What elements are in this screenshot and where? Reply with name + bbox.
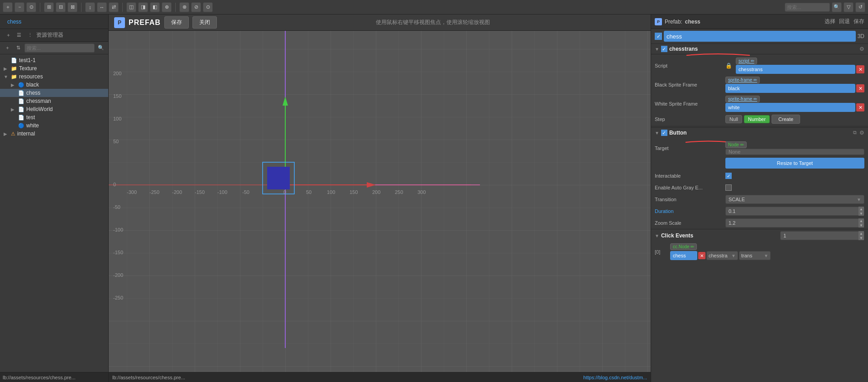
black-sprite-tag[interactable]: sprite-frame ✏ [725, 77, 760, 83]
click-events-spin-down[interactable]: ▼ [858, 236, 864, 240]
list-view-btn[interactable]: ☰ [14, 31, 24, 40]
refresh-btn[interactable]: ↺ [855, 2, 865, 12]
tree-item-helloworld[interactable]: ▶ 📄 HelloWorld [0, 105, 108, 113]
cc-node-tag[interactable]: cc.Node ✏ [670, 243, 697, 250]
chess-node-name-input[interactable] [664, 31, 856, 42]
tree-item-chess[interactable]: 📄 chess [0, 89, 108, 97]
tree-item-texture[interactable]: ▶ 📁 Texture [0, 64, 108, 73]
add-asset-btn[interactable]: ＋ [4, 31, 13, 40]
select-action-btn[interactable]: 选择 [825, 18, 835, 25]
tree-item-chessman[interactable]: 📄 chessman [0, 97, 108, 105]
tool1-btn[interactable]: ⊞ [44, 2, 54, 12]
tool11-btn[interactable]: ⊗ [179, 2, 189, 12]
button-copy-icon[interactable]: ⧉ [853, 130, 857, 136]
chesstrans-header: ▼ ✓ chesstrans ⚙ [651, 44, 868, 54]
top-search-input[interactable] [785, 3, 830, 12]
zoom-in-btn[interactable]: ＋ [3, 2, 13, 12]
event-component-dropdown[interactable]: chesstra ▼ [706, 251, 738, 260]
resize-to-target-btn[interactable]: Resize to Target [725, 158, 864, 169]
target-row: Target Node ✏ None [651, 140, 868, 156]
zoom-scale-spin-up[interactable]: ▲ [858, 218, 864, 223]
svg-text:150: 150 [113, 93, 121, 99]
click-events-spin-up[interactable]: ▲ [858, 231, 864, 236]
script-clear-btn[interactable]: ✕ [856, 65, 864, 73]
button-gear-icon[interactable]: ⚙ [859, 130, 864, 136]
csdn-link[interactable]: https://blog.csdn.net/dustm... [583, 375, 647, 380]
click-events-count-input[interactable] [781, 233, 858, 238]
transition-value: SCALE ▼ [725, 195, 864, 204]
tool8-btn[interactable]: ◨ [138, 2, 148, 12]
tool4-btn[interactable]: ↕ [85, 2, 95, 12]
step-null-btn[interactable]: Null [725, 115, 742, 123]
tool9-btn[interactable]: ◧ [150, 2, 160, 12]
node-tag-badge[interactable]: Node ✏ [725, 141, 747, 148]
event-component-arrow: ▼ [731, 253, 736, 258]
button-checkbox[interactable]: ✓ [661, 130, 667, 136]
chess-node-checkbox[interactable]: ✓ [655, 33, 662, 40]
tool13-btn[interactable]: ⊙ [203, 2, 213, 12]
script-tag[interactable]: script ✏ [736, 58, 757, 64]
canvas-viewport[interactable]: 200 150 100 50 0 -50 -100 -150 -200 -250… [109, 31, 651, 372]
svg-text:300: 300 [417, 189, 426, 195]
event-node-input[interactable] [670, 251, 697, 260]
sort-btn[interactable]: ⇅ [14, 44, 23, 53]
save-canvas-btn[interactable]: 保存 [164, 16, 189, 29]
tool2-btn[interactable]: ⊟ [56, 2, 66, 12]
script-value-input[interactable] [736, 65, 855, 74]
tree-label: test [26, 114, 35, 121]
white-sprite-input[interactable] [725, 103, 855, 112]
zoom-scale-spin-down[interactable]: ▼ [858, 223, 864, 227]
interactable-checkbox[interactable]: ✓ [725, 173, 732, 179]
close-canvas-btn[interactable]: 关闭 [192, 16, 217, 29]
transition-dropdown[interactable]: SCALE ▼ [725, 195, 864, 204]
back-action-btn[interactable]: 回退 [839, 18, 850, 25]
create-btn[interactable]: Create [772, 115, 800, 124]
duration-spin-down[interactable]: ▼ [858, 211, 864, 216]
tool7-btn[interactable]: ◫ [126, 2, 136, 12]
search-icon[interactable]: 🔍 [96, 44, 106, 53]
duration-label[interactable]: Duration [655, 208, 723, 214]
chesstrans-checkbox[interactable]: ✓ [661, 46, 667, 52]
black-sprite-input[interactable] [725, 84, 855, 93]
enable-auto-gray-checkbox[interactable] [725, 184, 732, 191]
click-events-arrow[interactable]: ▼ [655, 233, 659, 238]
duration-input[interactable] [726, 208, 858, 214]
right-panel-header: P Prefab: chess 选择 回退 保存 [651, 15, 868, 29]
zoom-scale-input[interactable] [726, 220, 858, 226]
tool10-btn[interactable]: ⊕ [162, 2, 172, 12]
step-number-btn[interactable]: Number [744, 115, 770, 123]
tree-item-white[interactable]: 🔵 white [0, 121, 108, 130]
zoom-out-btn[interactable]: － [14, 2, 24, 12]
filter-btn[interactable]: ▽ [844, 2, 854, 12]
white-sprite-clear-btn[interactable]: ✕ [856, 103, 864, 111]
add-btn[interactable]: ＋ [3, 44, 12, 53]
canvas-grid: 200 150 100 50 0 -50 -100 -150 -200 -250… [109, 31, 651, 372]
tree-label: white [26, 122, 39, 129]
duration-spin-up[interactable]: ▲ [858, 207, 864, 211]
asset-search-input[interactable] [24, 44, 95, 53]
button-collapse-arrow[interactable]: ▼ [655, 131, 659, 135]
tool3-btn[interactable]: ⊠ [67, 2, 77, 12]
tree-item-resources[interactable]: ▼ 📁 resources [0, 73, 108, 81]
black-sprite-clear-btn[interactable]: ✕ [856, 84, 864, 92]
white-sprite-tag[interactable]: sprite-frame ✏ [725, 96, 760, 102]
prefab-logo-icon: P [114, 17, 125, 28]
tree-item-test[interactable]: 📄 test [0, 113, 108, 121]
chess-tab[interactable]: chess [4, 17, 25, 27]
save-action-btn[interactable]: 保存 [854, 18, 864, 25]
transition-label: Transition [655, 197, 723, 202]
event-method-dropdown[interactable]: trans ▼ [739, 251, 771, 260]
tree-item-black[interactable]: ▶ 🔵 black [0, 81, 108, 89]
event-clear-btn[interactable]: ✕ [698, 252, 705, 259]
collapse-arrow[interactable]: ▼ [655, 47, 659, 52]
search-btn[interactable]: 🔍 [832, 2, 842, 12]
more-btn[interactable]: ⋮ [25, 31, 34, 40]
zoom-fit-btn[interactable]: ⊙ [26, 2, 36, 12]
tree-item-test1-1[interactable]: 📄 test1-1 [0, 56, 108, 64]
tree-label: HelloWorld [26, 106, 53, 112]
tool12-btn[interactable]: ⊘ [191, 2, 201, 12]
tool6-btn[interactable]: ⇄ [109, 2, 119, 12]
tree-item-internal[interactable]: ▶ ⚠ internal [0, 130, 108, 138]
chesstrans-gear-icon[interactable]: ⚙ [859, 46, 864, 52]
tool5-btn[interactable]: ↔ [97, 2, 107, 12]
